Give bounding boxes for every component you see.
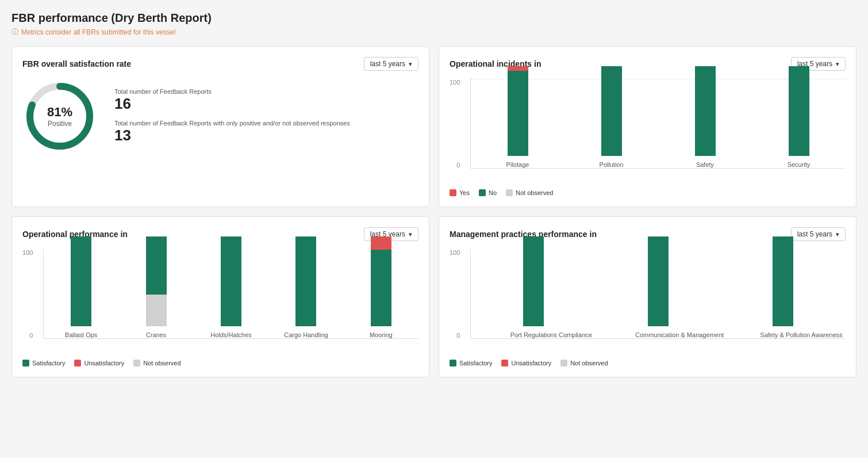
legend-item: Unsatisfactory — [501, 360, 551, 367]
legend-color — [506, 189, 513, 196]
satisfaction-card: FBR overall satisfaction rate last 5 yea… — [11, 46, 429, 207]
bar-segment-satisfactory — [295, 236, 316, 326]
legend-color — [133, 360, 140, 367]
bar-stack — [773, 236, 793, 326]
positive-feedback-label: Total number of Feedback Reports with on… — [114, 120, 350, 144]
incidents-chart-area: 100 0 PilotagePollutionSafetySecurity — [450, 79, 846, 182]
bar-label: Safety — [696, 161, 714, 168]
legend-label: Not observed — [570, 360, 608, 367]
bar-label: Mooring — [370, 331, 393, 338]
bar-segment-no — [789, 66, 809, 156]
legend-item: No — [479, 189, 497, 196]
operational-legend: SatisfactoryUnsatisfactoryNot observed — [22, 360, 418, 367]
bar-stack — [523, 236, 544, 326]
bar-segment-satisfactory — [221, 236, 241, 326]
operational-card: Operational performance in last 5 years … — [11, 216, 429, 377]
bar-segment-unsatisfactory — [371, 236, 391, 250]
legend-label: Unsatisfactory — [84, 360, 124, 367]
bar-segment-no — [508, 71, 528, 156]
management-chart-inner: Port Regulations ComplianceCommunication… — [470, 249, 846, 339]
satisfaction-body: 81% Positive Total number of Feedback Re… — [22, 79, 418, 154]
legend-label: Not observed — [143, 360, 180, 367]
donut-label: 81% Positive — [47, 105, 72, 128]
operational-y-axis: 100 0 — [22, 249, 35, 339]
bar-group: Cranes — [118, 249, 193, 338]
bar-stack — [371, 236, 391, 326]
bar-segment-satisfactory — [146, 236, 167, 295]
bar-group: Pollution — [564, 79, 658, 168]
legend-item: Not observed — [506, 189, 553, 196]
legend-item: Unsatisfactory — [74, 360, 124, 367]
bar-group: Mooring — [344, 249, 418, 338]
page-subtitle: Metrics consider all FBRs submitted for … — [11, 27, 857, 37]
incidents-card: Operational incidents in last 5 years 10… — [439, 46, 857, 207]
bar-group: Security — [752, 79, 846, 168]
stats-block: Total number of Feedback Reports 16 Tota… — [114, 88, 350, 144]
bar-label: Communication & Management — [635, 331, 681, 338]
legend-color — [560, 360, 567, 367]
bar-label: Security — [788, 161, 811, 168]
management-y-axis: 100 0 — [450, 249, 462, 339]
incidents-chart-inner: PilotagePollutionSafetySecurity — [470, 79, 846, 169]
management-card: Management practices performance in last… — [439, 216, 857, 377]
legend-item: Satisfactory — [450, 360, 492, 367]
legend-color — [501, 360, 508, 367]
bar-stack — [789, 66, 809, 156]
bar-segment-satisfactory — [773, 236, 793, 326]
legend-label: Unsatisfactory — [511, 360, 551, 367]
bar-segment-satisfactory — [371, 250, 391, 326]
legend-color — [22, 360, 29, 367]
bar-group: Safety — [658, 79, 752, 168]
bar-segment-no — [695, 66, 716, 156]
positive-only-value: 13 — [114, 127, 350, 144]
bar-segment-satisfactory — [71, 236, 91, 326]
total-value: 16 — [114, 95, 350, 113]
legend-color — [479, 189, 486, 196]
legend-color — [450, 360, 456, 367]
legend-label: Yes — [459, 189, 470, 196]
bar-segment-satisfactory — [648, 236, 669, 326]
legend-item: Yes — [450, 189, 470, 196]
satisfaction-card-title: FBR overall satisfaction rate — [22, 59, 131, 68]
legend-item: Not observed — [133, 360, 180, 367]
bar-group: Safety & Pollution Awareness — [721, 249, 846, 338]
legend-color — [74, 360, 81, 367]
satisfaction-dropdown[interactable]: last 5 years — [364, 57, 418, 71]
total-feedback-label: Total number of Feedback Reports 16 — [114, 88, 350, 113]
bar-stack — [295, 236, 316, 326]
management-chart-area: 100 0 Port Regulations ComplianceCommuni… — [450, 249, 846, 353]
operational-chart-area: 100 0 Ballast OpsCranesHolds/HatchesCarg… — [22, 249, 418, 353]
management-legend: SatisfactoryUnsatisfactoryNot observed — [450, 360, 846, 367]
legend-item: Satisfactory — [22, 360, 65, 367]
bar-group: Port Regulations Compliance — [471, 249, 596, 338]
incidents-y-axis: 100 0 — [450, 79, 462, 169]
legend-label: Not observed — [516, 189, 553, 196]
bar-stack — [71, 236, 91, 326]
total-label: Total number of Feedback Reports — [114, 88, 350, 95]
donut-sublabel: Positive — [47, 120, 72, 128]
bar-label: Ballast Ops — [65, 331, 97, 338]
bar-label: Safety & Pollution Awareness — [760, 331, 806, 338]
legend-label: No — [489, 189, 497, 196]
bar-segment-satisfactory — [523, 236, 544, 326]
bar-stack — [146, 236, 167, 326]
management-dropdown[interactable]: last 5 years — [791, 227, 846, 241]
bar-stack — [648, 236, 669, 326]
legend-color — [450, 189, 456, 196]
bar-segment-no — [601, 66, 622, 156]
bar-group: Ballast Ops — [44, 249, 118, 338]
bar-label: Holds/Hatches — [210, 331, 252, 338]
legend-label: Satisfactory — [459, 360, 492, 367]
bar-segment-not_observed — [146, 295, 167, 326]
bar-label: Pollution — [599, 161, 623, 168]
bar-label: Pilotage — [506, 161, 529, 168]
bar-group: Pilotage — [471, 79, 564, 168]
bar-group: Holds/Hatches — [194, 249, 268, 338]
bar-stack — [601, 66, 622, 156]
legend-label: Satisfactory — [32, 360, 65, 367]
page-title: FBR performance (Dry Berth Report) — [11, 12, 857, 25]
dashboard-grid: FBR overall satisfaction rate last 5 yea… — [11, 46, 857, 377]
bar-stack — [695, 66, 716, 156]
donut-chart: 81% Positive — [22, 79, 97, 154]
bar-segment-yes — [508, 66, 528, 71]
